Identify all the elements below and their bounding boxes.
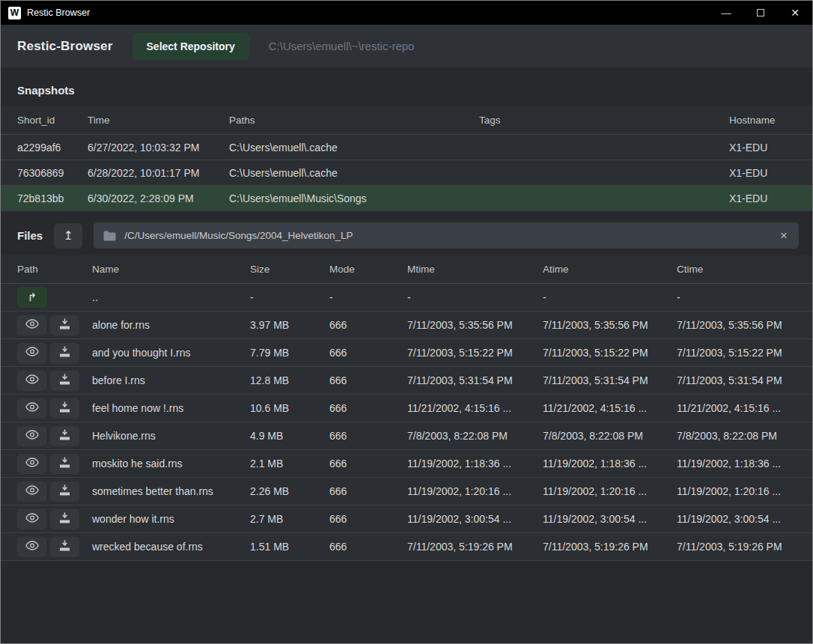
column-header-mtime[interactable]: Mtime <box>407 264 543 275</box>
file-mode: 666 <box>329 319 407 331</box>
files-bar: Files ↥ /C/Users/emuell/Music/Songs/2004… <box>1 211 812 255</box>
restore-file-button[interactable] <box>50 426 79 446</box>
restore-file-button[interactable] <box>50 537 79 557</box>
file-row[interactable]: Helvikone.rns 4.9 MB 666 7/8/2003, 8:22:… <box>1 422 812 450</box>
eye-icon <box>25 374 39 386</box>
restore-file-button[interactable] <box>50 454 79 474</box>
download-icon <box>59 374 70 387</box>
file-mode: 666 <box>329 458 407 470</box>
go-parent-directory-button[interactable]: ↱ <box>17 287 47 308</box>
file-size: - <box>250 291 329 303</box>
restore-file-button[interactable] <box>50 482 79 502</box>
column-header-hostname[interactable]: Hostname <box>729 115 799 126</box>
restore-file-button[interactable] <box>50 509 79 529</box>
column-header-time[interactable]: Time <box>88 115 229 126</box>
restore-file-button[interactable] <box>50 343 79 363</box>
wails-app-icon: W <box>8 7 21 19</box>
snapshot-hostname: X1-EDU <box>729 192 799 204</box>
file-atime: 7/8/2003, 8:22:08 PM <box>543 430 677 442</box>
file-name: wonder how it.rns <box>92 513 250 525</box>
file-mtime: 7/11/2003, 5:31:54 PM <box>407 374 543 386</box>
file-ctime: 11/19/2002, 1:20:16 ... <box>677 485 799 497</box>
column-header-ctime[interactable]: Ctime <box>677 264 799 275</box>
snapshot-time: 6/30/2022, 2:28:09 PM <box>88 192 229 204</box>
column-header-atime[interactable]: Atime <box>543 264 677 275</box>
file-row[interactable]: moskito he said.rns 2.1 MB 666 11/19/200… <box>1 450 812 478</box>
preview-file-button[interactable] <box>17 315 46 335</box>
file-mtime: 7/8/2003, 8:22:08 PM <box>407 430 543 442</box>
snapshot-shortid: 72b813bb <box>17 192 88 204</box>
file-row[interactable]: and you thought I.rns 7.79 MB 666 7/11/2… <box>1 339 812 367</box>
column-header-paths[interactable]: Paths <box>229 115 479 126</box>
close-button[interactable]: ✕ <box>778 1 812 25</box>
preview-file-button[interactable] <box>17 509 46 529</box>
file-atime: 7/11/2003, 5:31:54 PM <box>543 374 677 386</box>
file-ctime: - <box>677 291 799 303</box>
file-row[interactable]: feel home now !.rns 10.6 MB 666 11/21/20… <box>1 395 812 422</box>
column-header-mode[interactable]: Mode <box>329 264 407 275</box>
preview-file-button[interactable] <box>17 537 46 557</box>
file-mtime: 11/21/2002, 4:15:16 ... <box>407 402 543 414</box>
snapshot-row[interactable]: a2299af6 6/27/2022, 10:03:32 PM C:\Users… <box>1 135 812 160</box>
file-ctime: 7/11/2003, 5:35:56 PM <box>677 319 799 331</box>
file-row[interactable]: wonder how it.rns 2.7 MB 666 11/19/2002,… <box>1 505 812 533</box>
snapshot-row[interactable]: 76306869 6/28/2022, 10:01:17 PM C:\Users… <box>1 160 812 186</box>
minimize-button[interactable]: — <box>709 1 743 25</box>
column-header-tags[interactable]: Tags <box>479 115 729 126</box>
download-icon <box>59 318 70 332</box>
close-icon: ✕ <box>791 7 800 19</box>
restore-file-button[interactable] <box>50 315 79 335</box>
file-mode: 666 <box>329 541 407 553</box>
file-mtime: 7/11/2003, 5:19:26 PM <box>407 541 543 553</box>
file-ctime: 7/11/2003, 5:31:54 PM <box>677 374 799 386</box>
navigate-up-button[interactable]: ↥ <box>54 223 82 249</box>
file-row[interactable]: alone for.rns 3.97 MB 666 7/11/2003, 5:3… <box>1 312 812 339</box>
file-row[interactable]: before I.rns 12.8 MB 666 7/11/2003, 5:31… <box>1 367 812 395</box>
file-row[interactable]: sometimes better than.rns 2.26 MB 666 11… <box>1 478 812 505</box>
snapshot-paths: C:\Users\emuell\Music\Songs <box>229 192 479 204</box>
snapshot-hostname: X1-EDU <box>729 142 799 154</box>
snapshot-time: 6/27/2022, 10:03:32 PM <box>88 142 229 154</box>
repository-path: C:\Users\emuell\~\restic-repo <box>269 40 415 52</box>
column-header-path[interactable]: Path <box>17 264 92 275</box>
file-size: 7.79 MB <box>250 347 329 359</box>
empty-area <box>1 561 812 643</box>
current-path-bar[interactable]: /C/Users/emuell/Music/Songs/2004_Helveti… <box>94 222 799 249</box>
file-mtime: - <box>407 291 543 303</box>
file-ctime: 7/8/2003, 8:22:08 PM <box>677 430 799 442</box>
up-arrow-icon: ↥ <box>63 228 73 243</box>
snapshot-row-selected[interactable]: 72b813bb 6/30/2022, 2:28:09 PM C:\Users\… <box>1 186 812 211</box>
restore-file-button[interactable] <box>50 371 79 391</box>
file-name: .. <box>92 291 250 303</box>
snapshot-shortid: 76306869 <box>17 167 88 179</box>
up-right-arrow-icon: ↱ <box>28 291 37 304</box>
column-header-size[interactable]: Size <box>250 264 329 275</box>
preview-file-button[interactable] <box>17 426 46 446</box>
clear-path-icon: × <box>780 228 788 243</box>
column-header-shortid[interactable]: Short_id <box>17 115 88 126</box>
clear-path-button[interactable]: × <box>779 229 789 242</box>
files-table-header: Path Name Size Mode Mtime Atime Ctime <box>1 255 812 284</box>
download-icon <box>59 540 70 553</box>
window-controls: — ✕ <box>709 1 812 25</box>
toolbar: Restic-Browser Select Repository C:\User… <box>1 25 812 67</box>
file-name: sometimes better than.rns <box>92 485 250 497</box>
preview-file-button[interactable] <box>17 343 46 363</box>
restore-file-button[interactable] <box>50 398 79 419</box>
file-ctime: 11/19/2002, 1:18:36 ... <box>677 458 799 470</box>
maximize-button[interactable] <box>743 1 778 25</box>
file-atime: 11/19/2002, 1:18:36 ... <box>543 458 677 470</box>
select-repository-button[interactable]: Select Repository <box>133 33 249 60</box>
preview-file-button[interactable] <box>17 371 46 391</box>
column-header-name[interactable]: Name <box>92 264 250 275</box>
file-row[interactable]: wrecked because of.rns 1.51 MB 666 7/11/… <box>1 533 812 561</box>
file-mtime: 7/11/2003, 5:15:22 PM <box>407 347 543 359</box>
file-mode: 666 <box>329 402 407 414</box>
preview-file-button[interactable] <box>17 482 46 502</box>
download-icon <box>59 512 70 526</box>
preview-file-button[interactable] <box>17 454 46 474</box>
preview-file-button[interactable] <box>17 398 46 419</box>
file-mode: 666 <box>329 374 407 386</box>
file-size: 2.26 MB <box>250 485 329 497</box>
parent-directory-row[interactable]: ↱ .. - - - - - <box>1 284 812 312</box>
